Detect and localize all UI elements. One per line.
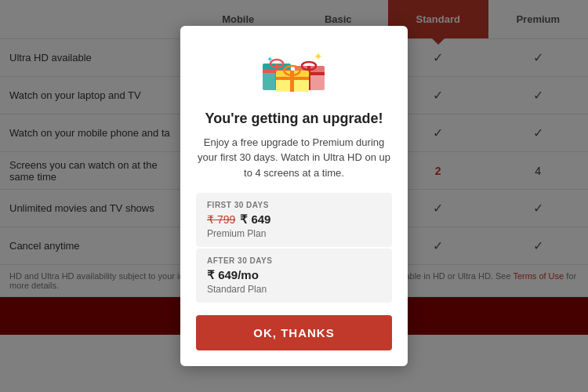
ok-thanks-button[interactable]: OK, THANKS [196,315,392,350]
modal-title: You're getting an upgrade! [196,111,392,127]
second-period-box: AFTER 30 DAYS ₹ 649/mo Standard Plan [196,249,392,303]
first-plan-name: Premium Plan [207,228,381,239]
first-price-line: ₹ 799 ₹ 649 [207,212,381,227]
svg-text:✦: ✦ [267,55,273,64]
gift-illustration: ✦ ✦ [259,45,329,100]
second-period-label: AFTER 30 DAYS [207,256,381,265]
upgrade-modal: ✦ ✦ You're getting an upgrade! Enjoy a f… [180,26,408,367]
first-price-old: ₹ 799 [207,213,235,226]
svg-rect-13 [276,77,309,80]
second-plan-name: Standard Plan [207,284,381,295]
first-price-new: ₹ 649 [240,212,270,227]
svg-rect-12 [290,71,294,92]
first-period-box: FIRST 30 DAYS ₹ 799 ₹ 649 Premium Plan [196,193,392,247]
svg-text:✦: ✦ [314,50,323,63]
modal-description: Enjoy a free upgrade to Premium during y… [196,135,392,181]
second-price-line: ₹ 649/mo [207,268,381,282]
overlay: ✦ ✦ You're getting an upgrade! Enjoy a f… [0,0,588,392]
first-period-label: FIRST 30 DAYS [207,201,381,209]
second-price: ₹ 649/mo [207,268,259,282]
